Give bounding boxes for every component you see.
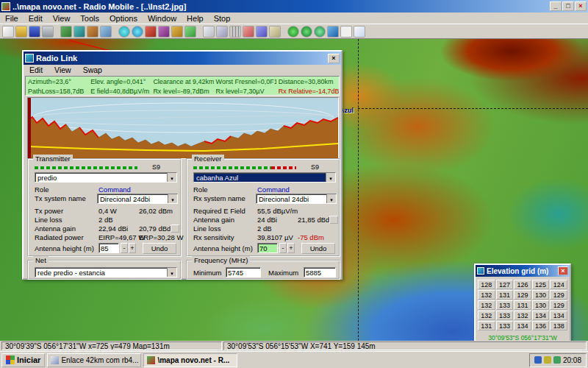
taskbar-task-2[interactable]: \mapa novo.net - R... xyxy=(143,353,237,367)
required-e-field-value: 55,5 dBµV/m xyxy=(257,207,298,215)
print-icon[interactable] xyxy=(42,26,54,38)
radio-link-titlebar[interactable]: Radio Link xyxy=(24,52,341,65)
radio-link-menubar: Edit View Swap xyxy=(24,65,341,75)
elevation-cell: 132 xyxy=(478,300,495,310)
find-unit-icon[interactable] xyxy=(203,26,215,38)
stop-icon[interactable] xyxy=(340,26,352,38)
radio-link-close-button[interactable] xyxy=(328,54,340,63)
menu-tools[interactable]: Tools xyxy=(75,14,104,23)
radio-coverage-icon[interactable] xyxy=(145,26,157,38)
grid-icon[interactable] xyxy=(229,26,241,38)
antivirus-icon[interactable] xyxy=(553,356,561,364)
tx-station-combo[interactable]: predio xyxy=(35,172,177,183)
maximize-button[interactable] xyxy=(562,1,574,11)
tx-antenna-height-input[interactable] xyxy=(98,243,119,253)
rx-s-meter-red-segment xyxy=(271,166,296,169)
minimize-button[interactable] xyxy=(550,1,562,11)
frequency-group: Frequency (MHz) Minimum Maximum xyxy=(186,260,340,280)
menu-file[interactable]: File xyxy=(0,14,24,23)
tx-erp-value: ERP=30,28 W xyxy=(139,233,183,241)
radio-link-icon[interactable] xyxy=(132,26,143,38)
elevation-grid-titlebar[interactable]: Elevation grid (m) xyxy=(476,265,570,277)
chevron-down-icon[interactable] xyxy=(167,268,176,277)
tx-undo-button[interactable]: Undo xyxy=(143,243,176,254)
rl-menu-edit[interactable]: Edit xyxy=(24,66,49,74)
net-combo[interactable]: rede predio - estancia xyxy=(35,267,177,277)
map-properties-icon[interactable] xyxy=(60,26,72,38)
menu-view[interactable]: View xyxy=(48,14,76,23)
tx-antenna-gain-label: Antenna gain xyxy=(35,224,76,233)
main-titlebar[interactable]: ..\mapa novo.net - Radio Mobile - [..\In… xyxy=(0,0,588,13)
open-icon[interactable] xyxy=(15,26,27,38)
frequency-max-input[interactable] xyxy=(304,267,336,277)
pathloss-value: PathLoss=158,7dB xyxy=(26,88,88,95)
rl-menu-view[interactable]: View xyxy=(49,66,77,74)
chevron-down-icon[interactable] xyxy=(168,194,177,203)
rx-antenna-pattern-button[interactable] xyxy=(329,216,338,224)
rx-undo-button[interactable]: Undo xyxy=(301,243,335,254)
taskbar-task-1[interactable]: Enlace 42km com rb4... xyxy=(47,353,141,367)
network-icon[interactable] xyxy=(534,356,542,364)
tx-role-value: Command xyxy=(98,185,131,194)
route-icon[interactable] xyxy=(171,26,183,38)
status-cursor-coordinates: 30°09'39"S 056°17'31"W x=725 y=479 Map=1… xyxy=(1,342,222,350)
rl-menu-swap[interactable]: Swap xyxy=(77,66,108,74)
menu-window[interactable]: Window xyxy=(143,14,182,23)
tx-s-meter-value: S9 xyxy=(152,163,160,171)
rx-height-increment-button[interactable] xyxy=(287,243,295,253)
transmitter-group: Transmitter S9 predio Role Command Tx sy… xyxy=(27,158,182,257)
chevron-down-icon[interactable] xyxy=(167,173,176,182)
elevation-cell: 129 xyxy=(550,290,567,300)
rx-antenna-gain-dbd: 21,85 dBd xyxy=(298,216,329,224)
menu-stop[interactable]: Stop xyxy=(209,14,236,23)
clearance-value: Clearance at 9,42km xyxy=(151,78,213,85)
world-map-icon-1[interactable] xyxy=(287,26,299,38)
map-grid-vertical-line xyxy=(358,39,359,341)
rx-system-combo[interactable]: Direcional 24dbi xyxy=(256,194,337,204)
rx-station-combo[interactable]: cabanha Azul xyxy=(193,172,336,183)
chevron-down-icon[interactable] xyxy=(326,173,335,182)
menu-options[interactable]: Options xyxy=(104,14,143,23)
world-map-icon-2[interactable] xyxy=(301,26,312,38)
elevation-grid-close-button[interactable] xyxy=(558,266,568,275)
new-picture-icon[interactable] xyxy=(2,26,14,38)
radio-link-icon xyxy=(25,54,34,63)
visibility-icon[interactable] xyxy=(256,26,268,38)
tx-power-label: Tx power xyxy=(35,207,63,215)
tx-height-decrement-button[interactable] xyxy=(121,243,128,253)
chevron-down-icon[interactable] xyxy=(326,194,336,203)
tx-line-loss-value: 2 dB xyxy=(98,216,113,224)
rx-antenna-height-input[interactable] xyxy=(257,243,278,253)
antenna-pattern-icon[interactable] xyxy=(118,26,130,38)
tx-antenna-pattern-button[interactable] xyxy=(171,224,179,233)
polar-coverage-icon[interactable] xyxy=(158,26,170,38)
help-icon[interactable] xyxy=(354,26,365,38)
tx-height-increment-button[interactable] xyxy=(129,243,136,253)
picture-properties-icon[interactable] xyxy=(74,26,85,38)
rx-height-decrement-button[interactable] xyxy=(279,243,287,253)
elevation-cell: 130 xyxy=(532,300,550,310)
tx-power-dbm: 26,02 dBm xyxy=(139,207,173,215)
start-button[interactable]: Iniciar xyxy=(1,353,45,367)
path-profile-chart xyxy=(27,97,339,159)
close-button[interactable] xyxy=(575,1,587,11)
merge-pictures-icon[interactable] xyxy=(87,26,98,38)
save-icon[interactable] xyxy=(29,26,40,38)
object-editor-icon[interactable] xyxy=(269,26,281,38)
net-members-icon[interactable] xyxy=(243,26,254,38)
frequency-min-input[interactable] xyxy=(226,267,261,277)
volume-icon[interactable] xyxy=(544,356,551,364)
rx-s-meter xyxy=(193,166,296,169)
menu-edit[interactable]: Edit xyxy=(24,14,48,23)
best-site-icon[interactable] xyxy=(184,26,196,38)
elevation-grid-icon[interactable] xyxy=(100,26,112,38)
elevation-cell: 132 xyxy=(478,290,495,300)
world-map-icon-3[interactable] xyxy=(314,26,326,38)
main-toolbar xyxy=(0,24,588,39)
system-tray: 20:08 xyxy=(529,353,587,367)
document-icon xyxy=(51,356,59,364)
menu-help[interactable]: Help xyxy=(182,14,209,23)
cursor-position-icon[interactable] xyxy=(216,26,228,38)
internet-icon[interactable] xyxy=(327,26,339,38)
tx-system-combo[interactable]: Direcional 24dbi xyxy=(97,194,178,204)
